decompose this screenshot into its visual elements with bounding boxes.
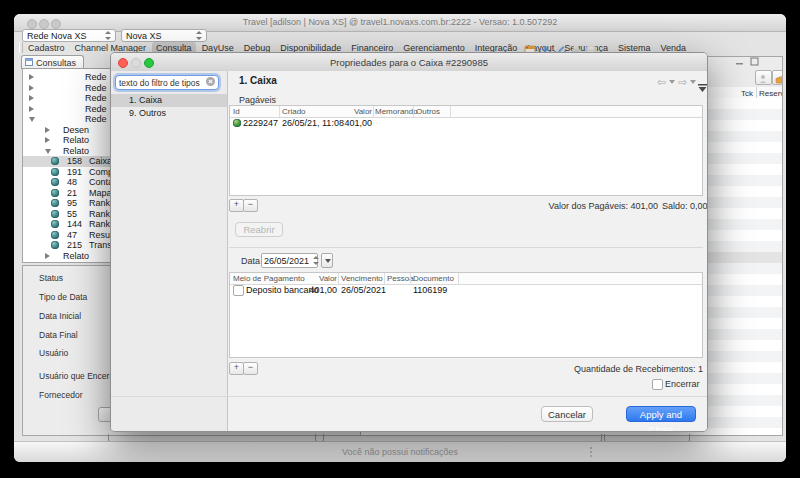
stepper-icon <box>104 31 111 40</box>
filter-label-tipo-de-data: Tipo de Data <box>39 292 87 302</box>
column-separator[interactable] <box>384 273 385 284</box>
remove-pagavel-button[interactable]: − <box>243 199 258 212</box>
filter-label-usu-rio: Usuário <box>39 348 68 358</box>
date-label: Data <box>241 256 260 266</box>
status-orb-icon <box>233 119 241 127</box>
recebimentos-count: Quantidade de Recebimentos: 1 <box>523 364 703 374</box>
column-header-outros[interactable]: Outros <box>416 107 440 116</box>
chevron-right-icon[interactable] <box>45 137 50 143</box>
table-row[interactable]: Deposito bancario 401,00 26/05/2021 1106… <box>230 284 702 295</box>
properties-dialog: Propriedades para o Caixa #2290985 texto… <box>110 52 708 432</box>
toolbar-handle[interactable] <box>19 42 23 53</box>
chevron-right-icon[interactable] <box>29 74 34 80</box>
apply-button[interactable]: Apply and Close <box>626 406 696 422</box>
chevron-right-icon[interactable] <box>29 106 34 112</box>
view-menu-icon[interactable] <box>698 78 708 96</box>
forward-dropdown-icon[interactable] <box>690 80 696 84</box>
filter-label-fornecedor: Fornecedor <box>39 390 82 400</box>
query-orb-icon <box>51 168 59 176</box>
column-header-valor[interactable]: Valor <box>330 107 372 116</box>
desktop: { "window": { "title": "Travel [adilson … <box>0 0 800 478</box>
back-button[interactable]: ⇦ <box>657 77 666 87</box>
clear-icon[interactable] <box>206 77 215 88</box>
column-header-reserva[interactable]: Reserva/Grupo/C <box>759 89 783 98</box>
column-separator[interactable] <box>458 273 459 284</box>
chevron-right-icon[interactable] <box>29 95 34 101</box>
drag-handle-icon[interactable] <box>590 447 592 457</box>
tab-consultas[interactable]: Consultas <box>21 55 84 69</box>
type-filter-input[interactable]: texto do filtro de tipos <box>115 75 219 90</box>
back-dropdown-icon[interactable] <box>669 80 675 84</box>
query-orb-icon <box>51 220 59 228</box>
add-pagavel-button[interactable]: + <box>229 199 244 212</box>
query-orb-icon <box>51 241 59 249</box>
dialog-main: 1. Caixa ⇦ ⇨ Pagáveis IdCriadoValorMemor… <box>228 71 707 431</box>
forward-button[interactable]: ⇨ <box>678 77 687 87</box>
column-header-criado[interactable]: Criado <box>282 107 306 116</box>
section-header: 1. Caixa <box>239 75 277 86</box>
column-header-valor[interactable]: Valor <box>295 274 337 283</box>
dialog-title: Propriedades para o Caixa #2290985 <box>111 57 707 68</box>
column-header-documento[interactable]: Documento <box>413 274 454 283</box>
table-row[interactable]: 2229247 26/05/21, 11:08 401,00 <box>230 117 702 128</box>
pagaveis-total: Valor dos Pagáveis: 401,00 <box>478 201 658 211</box>
column-separator[interactable] <box>338 273 339 284</box>
query-orb-icon <box>51 199 59 207</box>
column-header-id[interactable]: Id <box>233 107 240 116</box>
footer-divider <box>111 396 707 397</box>
chevron-right-icon[interactable] <box>45 253 50 259</box>
remove-payment-button[interactable]: − <box>243 362 258 375</box>
column-header-tck[interactable]: Tck <box>741 89 753 98</box>
date-field[interactable]: 26/05/2021 <box>261 253 318 268</box>
chevron-right-icon[interactable] <box>29 85 34 91</box>
filter-label-data-inicial: Data Inicial <box>39 311 81 321</box>
filter-label-status: Status <box>39 273 63 283</box>
pagaveis-saldo: Saldo: 0,00 <box>662 201 703 211</box>
dialog-titlebar[interactable]: Propriedades para o Caixa #2290985 <box>111 53 707 72</box>
stepper-icon <box>195 31 202 40</box>
person-tool-button[interactable] <box>755 70 772 85</box>
pane-maximize-icon[interactable] <box>750 57 759 68</box>
divider <box>229 247 703 248</box>
menu-item-cadastro[interactable]: Cadastro <box>24 42 69 54</box>
notification-text: Você não possui notificações <box>14 447 786 457</box>
column-header-meio-de-pagamento[interactable]: Meio de Pagamento <box>233 274 305 283</box>
query-orb-icon <box>51 189 59 197</box>
basket-tool-button[interactable] <box>772 70 783 85</box>
query-orb-icon <box>51 210 59 218</box>
pagaveis-table[interactable]: IdCriadoValorMemorandoOutros 2229247 26/… <box>229 105 703 196</box>
date-stepper-icon[interactable] <box>312 256 315 265</box>
column-separator[interactable] <box>279 106 280 117</box>
column-header-vencimento[interactable]: Vencimento <box>341 274 383 283</box>
query-orb-icon <box>51 178 59 186</box>
column-separator[interactable] <box>413 106 414 117</box>
row-checkbox[interactable] <box>233 285 244 296</box>
reopen-button[interactable]: Reabrir <box>235 222 283 237</box>
dialog-sidebar: texto do filtro de tipos 1. Caixa9. Outr… <box>111 71 228 431</box>
query-orb-icon <box>51 157 59 165</box>
pane-minimize-icon[interactable] <box>735 57 744 68</box>
panel-icon <box>25 58 33 68</box>
cancel-button[interactable]: Cancelar <box>541 406 593 422</box>
filter-label-data-final: Data Final <box>39 330 78 340</box>
chevron-down-icon[interactable] <box>45 149 51 154</box>
status-bar: Você não possui notificações <box>14 441 786 462</box>
date-dropdown-button[interactable] <box>321 253 333 268</box>
pagaveis-label: Pagáveis <box>239 95 276 105</box>
column-separator[interactable] <box>410 273 411 284</box>
column-header-memorando[interactable]: Memorando <box>375 107 418 116</box>
window-title: Travel [adilson | Nova XS] @ travel1.nov… <box>14 17 786 27</box>
chevron-down-icon[interactable] <box>29 117 35 122</box>
payment-table[interactable]: Meio de PagamentoValorVencimentoPessoaDo… <box>229 272 703 358</box>
encerrar-checkbox[interactable] <box>652 379 663 390</box>
chevron-right-icon[interactable] <box>45 127 50 133</box>
column-separator[interactable] <box>450 106 451 117</box>
query-orb-icon <box>51 231 59 239</box>
dialog-section-9-outros[interactable]: 9. Outros <box>111 107 227 120</box>
add-payment-button[interactable]: + <box>229 362 244 375</box>
encerrar-label: Encerrar <box>665 379 700 389</box>
dialog-section-1-caixa[interactable]: 1. Caixa <box>111 94 227 107</box>
column-separator[interactable] <box>373 106 374 117</box>
